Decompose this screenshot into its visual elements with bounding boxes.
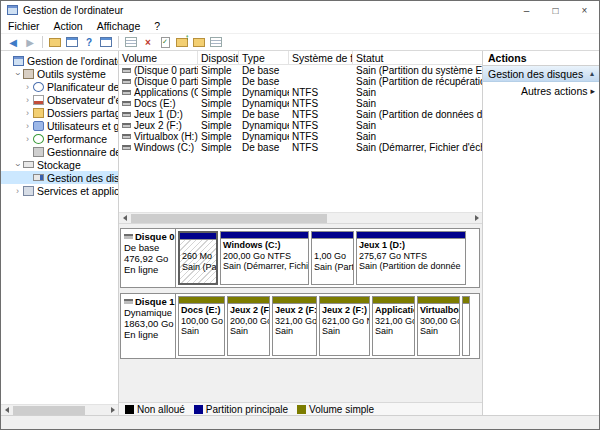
sidebar-item-planificateur-taches[interactable]: ›Planificateur de tâches: [1, 80, 118, 93]
volume-horizontal-scrollbar[interactable]: [119, 212, 482, 223]
column-header-statut[interactable]: Statut: [353, 51, 482, 64]
menu-action[interactable]: Action: [47, 19, 90, 33]
partition-title: Virtualbox (: [420, 305, 457, 316]
table-row[interactable]: Windows (C:)SimpleDe baseNTFSSain (Démar…: [119, 142, 482, 153]
cell: Jeux 1 (D:): [119, 109, 198, 120]
table-row[interactable]: Jeux 1 (D:)SimpleDe baseNTFSSain (Partit…: [119, 109, 482, 120]
column-header-type[interactable]: Type: [239, 51, 289, 64]
toolbar-separator: [42, 36, 43, 48]
legend-bar: Non allouéPartition principaleVolume sim…: [119, 402, 482, 415]
collapsed-chevron-icon[interactable]: ›: [23, 108, 32, 118]
collapsed-chevron-icon[interactable]: ›: [23, 121, 32, 131]
explore-folder-icon[interactable]: ↑: [174, 35, 190, 50]
table-row[interactable]: Applications (G:)SimpleDynamiqueNTFSSain: [119, 87, 482, 98]
sidebar-item-stockage[interactable]: ›Stockage: [1, 158, 118, 171]
partition-jeux-1-d[interactable]: Jeux 1 (D:)275,67 Go NTFSSain (Partition…: [356, 231, 466, 285]
scroll-left-icon[interactable]: [119, 213, 130, 224]
scrollbar-thumb[interactable]: [13, 406, 85, 415]
up-level-folder-icon[interactable]: [47, 35, 63, 50]
collapsed-chevron-icon[interactable]: ›: [13, 186, 22, 196]
collapsed-chevron-icon[interactable]: ›: [23, 82, 32, 92]
partition-info: 1,00 GoSain (Partitio: [312, 239, 353, 284]
menu-affichage[interactable]: Affichage: [90, 19, 148, 33]
scrollbar-thumb[interactable]: [131, 214, 327, 223]
table-row[interactable]: Docs (E:)SimpleDynamiqueNTFSSain: [119, 98, 482, 109]
cell: Sain: [353, 98, 482, 109]
details-list-icon[interactable]: [208, 35, 224, 50]
partition-info: Virtualbox (300,00 Go NTSain: [418, 304, 459, 355]
cell: Dynamique: [239, 120, 289, 131]
help-icon[interactable]: ?: [81, 35, 97, 50]
title-bar: Gestion de l'ordinateur – □ ×: [1, 1, 599, 19]
sidebar-item-gestion-ordinateur[interactable]: Gestion de l'ordinateur (local): [1, 54, 118, 67]
cell: De base: [239, 142, 289, 153]
cell: Simple: [198, 131, 239, 142]
cell: Jeux 2 (F:): [119, 120, 198, 131]
scroll-right-icon[interactable]: [471, 213, 482, 224]
partition-color-band: [373, 297, 414, 304]
minimize-button[interactable]: –: [512, 1, 541, 19]
sidebar-item-observateur-evenements[interactable]: ›Observateur d'événements: [1, 93, 118, 106]
sidebar-item-utilisateurs-groupes[interactable]: ›Utilisateurs et groupes locaux: [1, 119, 118, 132]
close-button[interactable]: ×: [570, 1, 599, 19]
cell: (Disque 0 partition 1): [119, 65, 198, 76]
table-row[interactable]: Virtualbox (H:)SimpleDynamiqueNTFSSain: [119, 131, 482, 142]
console-window-icon[interactable]: [64, 35, 80, 50]
table-row[interactable]: (Disque 0 partition 4)SimpleDe baseSain …: [119, 76, 482, 87]
sidebar-item-performance[interactable]: ›Performance: [1, 132, 118, 145]
actions-item-autres-actions[interactable]: Autres actions▸: [483, 82, 599, 99]
volume-icon: [122, 101, 131, 106]
disk-management-panel: VolumeDispositionTypeSystème de fichiers…: [119, 51, 482, 415]
back-icon[interactable]: ◀: [5, 35, 21, 50]
edit-folder-icon[interactable]: [191, 35, 207, 50]
column-header-disposition[interactable]: Disposition: [198, 51, 239, 64]
scroll-left-icon[interactable]: [1, 405, 12, 416]
disk-1-label[interactable]: Disque 1Dynamique1863,00 GoEn ligne: [121, 294, 176, 358]
tree-horizontal-scrollbar[interactable]: [1, 404, 118, 415]
collapse-arrow-icon[interactable]: ▴: [590, 69, 594, 78]
tree-item-label: Performance: [47, 133, 107, 145]
maximize-button[interactable]: □: [541, 1, 570, 19]
actions-section-disk-management[interactable]: Gestion des disques ▴: [483, 66, 599, 82]
partition-info: 260 MoSain (Part: [180, 240, 216, 283]
disk-icon: [124, 234, 133, 239]
sidebar-item-dossiers-partages[interactable]: ›Dossiers partagés: [1, 106, 118, 119]
expanded-chevron-icon[interactable]: ›: [13, 69, 23, 78]
partition-jeux-2-f[interactable]: Jeux 2 (F:)321,00 Go N'Sain: [272, 296, 317, 356]
properties-window-icon[interactable]: [98, 35, 114, 50]
table-row[interactable]: Jeux 2 (F:)SimpleDynamiqueNTFSSain: [119, 120, 482, 131]
partition-jeux-2-f[interactable]: Jeux 2 (F:)200,00 Go NSain: [227, 296, 270, 356]
dialog-icon[interactable]: [123, 35, 139, 50]
cell-text: Jeux 2 (F:): [134, 120, 182, 131]
disk-0-label[interactable]: Disque 0De base476,92 GoEn ligne: [121, 229, 176, 287]
tools-icon: [23, 69, 34, 79]
partition-status: Sain: [275, 326, 314, 337]
scroll-right-icon[interactable]: [107, 405, 118, 416]
partition-virtualbox[interactable]: Virtualbox (300,00 Go NTSain: [417, 296, 460, 356]
partition-windows-c[interactable]: Windows (C:)200,00 Go NTFSSain (Démarrer…: [220, 231, 309, 285]
cell: Docs (E:): [119, 98, 198, 109]
menu-aide[interactable]: ?: [147, 19, 167, 33]
sidebar-item-services-applications[interactable]: ›Services et applications: [1, 184, 118, 197]
collapsed-chevron-icon[interactable]: ›: [23, 134, 32, 144]
partition-applications[interactable]: Applications321,00 Go N'Sain: [372, 296, 415, 356]
expanded-chevron-icon[interactable]: ›: [13, 160, 23, 169]
sidebar-item-gestion-des-disques[interactable]: Gestion des disques: [1, 171, 118, 184]
forward-icon[interactable]: ▶: [22, 35, 38, 50]
delete-volume-icon[interactable]: ×: [140, 35, 156, 50]
partition-1-00-go[interactable]: 1,00 GoSain (Partitio: [311, 231, 354, 285]
collapsed-chevron-icon[interactable]: ›: [23, 95, 32, 105]
check-document-icon[interactable]: ✓: [157, 35, 173, 50]
partition-docs-e[interactable]: Docs (E:)100,00 Go NSain: [178, 296, 225, 356]
partition-jeux-2-f[interactable]: Jeux 2 (F:)621,00 Go NTSain: [319, 296, 370, 356]
scheduler-icon: [33, 82, 44, 92]
sidebar-item-outils-systeme[interactable]: ›Outils système: [1, 67, 118, 80]
column-header-volume[interactable]: Volume: [119, 51, 198, 64]
table-row[interactable]: (Disque 0 partition 1)SimpleDe baseSain …: [119, 65, 482, 76]
partition-260-mo[interactable]: 260 MoSain (Part: [178, 231, 218, 285]
partition-cut[interactable]: [462, 296, 470, 356]
column-header-systeme-de-fichiers[interactable]: Système de fichiers: [289, 51, 353, 64]
menu-fichier[interactable]: Fichier: [1, 19, 47, 33]
sidebar-item-gestionnaire-peripheriques[interactable]: Gestionnaire de périphériques: [1, 145, 118, 158]
partition-status: Sain: [420, 326, 457, 337]
